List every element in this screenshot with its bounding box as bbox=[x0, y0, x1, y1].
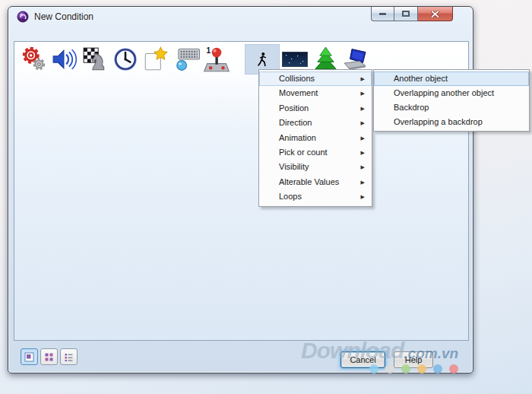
submenu-arrow-icon: ▶ bbox=[361, 116, 365, 130]
submenu-arrow-icon: ▶ bbox=[361, 175, 365, 189]
clock-icon bbox=[112, 46, 138, 72]
close-button[interactable] bbox=[418, 7, 453, 21]
keyboard-mouse-icon bbox=[173, 46, 201, 72]
list-view-button[interactable] bbox=[60, 348, 78, 365]
submenu-item-overlapping-a-backdrop[interactable]: Overlapping a backdrop bbox=[374, 115, 529, 129]
window-controls bbox=[371, 7, 453, 21]
toolbar-item-player-1[interactable]: 1 bbox=[201, 44, 232, 75]
menu-item-alterable-values[interactable]: Alterable Values▶ bbox=[259, 175, 372, 189]
list-view-icon bbox=[64, 352, 74, 362]
tree-icon bbox=[314, 46, 337, 72]
small-icon-view-button[interactable] bbox=[40, 348, 58, 365]
large-icon-view-icon bbox=[24, 352, 34, 362]
desktop-background: New Condition bbox=[0, 0, 532, 394]
submenu-arrow-icon: ▶ bbox=[361, 160, 365, 174]
menu-item-visibility[interactable]: Visibility▶ bbox=[259, 160, 372, 174]
menu-item-position[interactable]: Position▶ bbox=[259, 101, 372, 116]
new-condition-dialog: New Condition bbox=[8, 6, 473, 373]
help-button[interactable]: Help bbox=[394, 351, 433, 368]
gears-icon bbox=[21, 46, 47, 72]
new-object-star-icon bbox=[142, 46, 169, 72]
toolbar-item-sound[interactable] bbox=[49, 44, 80, 75]
submenu-item-backdrop[interactable]: Backdrop bbox=[374, 100, 529, 115]
submenu-arrow-icon: ▶ bbox=[361, 86, 365, 100]
toolbar-item-keyboard-mouse[interactable] bbox=[171, 44, 201, 75]
toolbar-item-timer[interactable] bbox=[110, 44, 141, 75]
menu-item-animation[interactable]: Animation▶ bbox=[259, 131, 372, 145]
submenu-arrow-icon: ▶ bbox=[361, 189, 365, 204]
maximize-button[interactable] bbox=[394, 7, 418, 21]
chess-knight-icon bbox=[82, 46, 108, 72]
menu-item-pick-or-count[interactable]: Pick or count▶ bbox=[259, 145, 372, 160]
joystick-icon: 1 bbox=[203, 46, 230, 73]
running-man-icon bbox=[257, 52, 268, 67]
collisions-submenu: Another object Overlapping another objec… bbox=[373, 69, 530, 132]
close-icon bbox=[431, 11, 439, 17]
maximize-icon bbox=[402, 11, 410, 17]
toolbar-item-special-conditions[interactable] bbox=[19, 44, 49, 75]
menu-item-collisions[interactable]: Collisions▶ bbox=[259, 71, 372, 86]
app-icon bbox=[17, 11, 29, 26]
view-mode-buttons bbox=[21, 348, 78, 365]
large-icon-view-button[interactable] bbox=[21, 348, 38, 365]
night-backdrop-icon bbox=[282, 52, 308, 67]
submenu-arrow-icon: ▶ bbox=[361, 101, 365, 116]
minimize-button[interactable] bbox=[371, 7, 394, 21]
toolbar-item-create-new-objects[interactable] bbox=[141, 44, 171, 75]
titlebar[interactable]: New Condition bbox=[8, 7, 473, 27]
speaker-icon bbox=[52, 46, 78, 72]
submenu-arrow-icon: ▶ bbox=[361, 145, 365, 160]
cancel-button[interactable]: Cancel bbox=[340, 351, 385, 368]
submenu-arrow-icon: ▶ bbox=[361, 131, 365, 145]
menu-item-loops[interactable]: Loops▶ bbox=[259, 189, 372, 204]
submenu-item-overlapping-another-object[interactable]: Overlapping another object bbox=[374, 86, 529, 100]
menu-item-movement[interactable]: Movement▶ bbox=[259, 86, 372, 100]
svg-text:1: 1 bbox=[207, 46, 211, 55]
laptop-icon bbox=[343, 48, 369, 71]
minimize-icon bbox=[379, 13, 386, 15]
menu-item-direction[interactable]: Direction▶ bbox=[259, 116, 372, 130]
window-title: New Condition bbox=[34, 7, 93, 27]
small-icon-view-icon bbox=[44, 352, 54, 362]
condition-category-menu: Collisions▶ Movement▶ Position▶ Directio… bbox=[258, 69, 372, 207]
submenu-item-another-object[interactable]: Another object bbox=[374, 71, 529, 86]
toolbar-item-storyboard[interactable] bbox=[80, 44, 110, 75]
submenu-arrow-icon: ▶ bbox=[361, 71, 365, 86]
